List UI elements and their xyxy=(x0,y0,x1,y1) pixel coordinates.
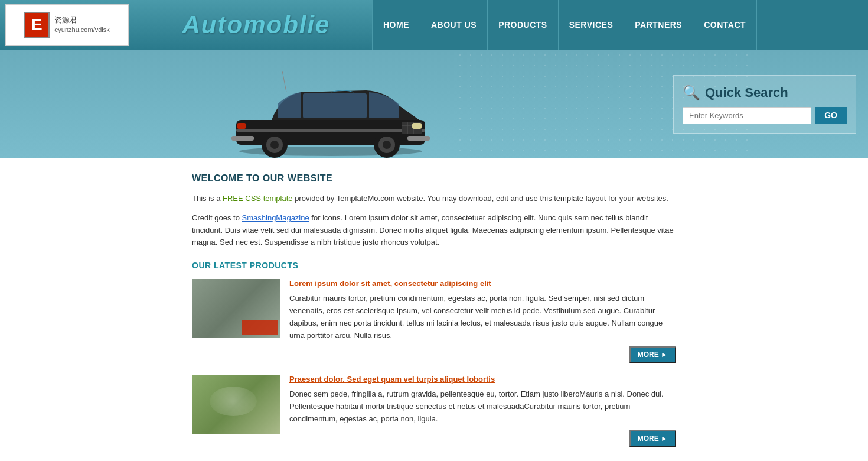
product-title-2[interactable]: Praesent dolor. Sed eget quam vel turpis… xyxy=(289,375,676,384)
intro2-pre: Credit goes to xyxy=(192,213,242,222)
intro-paragraph-2: Credit goes to SmashingMagazine for icon… xyxy=(192,212,676,249)
svg-rect-9 xyxy=(237,123,246,129)
nav-about[interactable]: ABOUT US xyxy=(420,0,487,50)
product-item-1: Lorem ipsum dolor sit amet, consectetur … xyxy=(192,279,676,363)
intro-paragraph-1: This is a FREE CSS template provided by … xyxy=(192,193,676,205)
header: E 资源君 eyunzhu.com/vdisk Automoblie HOME … xyxy=(0,0,868,50)
more-button-1[interactable]: MORE ► xyxy=(629,346,676,363)
svg-rect-8 xyxy=(412,123,422,129)
svg-point-14 xyxy=(270,141,279,149)
product-desc-1: Curabitur mauris tortor, pretium condime… xyxy=(289,293,676,342)
logo-text: 资源君 eyunzhu.com/vdisk xyxy=(54,15,110,35)
logo-url: eyunzhu.com/vdisk xyxy=(54,25,110,34)
svg-rect-11 xyxy=(231,136,254,141)
nav-home[interactable]: HOME xyxy=(372,0,420,50)
nav-products[interactable]: PRODUCTS xyxy=(487,0,558,50)
logo: E 资源君 eyunzhu.com/vdisk xyxy=(5,4,129,46)
svg-line-18 xyxy=(282,71,286,92)
product-title-1[interactable]: Lorem ipsum dolor sit amet, consectetur … xyxy=(289,279,676,288)
products-section-title: OUR LATEST PRODUCTS xyxy=(192,261,676,270)
smashing-link[interactable]: SmashingMagazine xyxy=(242,213,309,222)
product-content-2: Praesent dolor. Sed eget quam vel turpis… xyxy=(289,375,676,446)
more-button-2[interactable]: MORE ► xyxy=(629,430,676,447)
product-thumb-1 xyxy=(192,279,280,338)
svg-point-17 xyxy=(383,141,391,149)
car-svg xyxy=(224,58,437,158)
intro1-rest: provided by TemplateMo.com website. You … xyxy=(293,194,668,203)
content-inner: WELCOME TO OUR WEBSITE This is a FREE CS… xyxy=(168,158,700,461)
product-thumb-2 xyxy=(192,375,280,434)
product-desc-2: Donec sem pede, fringilla a, rutrum grav… xyxy=(289,388,676,425)
product-item-2: Praesent dolor. Sed eget quam vel turpis… xyxy=(192,375,676,446)
welcome-title: WELCOME TO OUR WEBSITE xyxy=(192,173,676,184)
logo-site: 资源君 xyxy=(54,15,110,25)
svg-rect-10 xyxy=(407,136,430,141)
hero-dots xyxy=(455,50,750,158)
logo-letter: E xyxy=(24,12,50,38)
svg-rect-2 xyxy=(303,93,367,118)
free-css-link[interactable]: FREE CSS template xyxy=(223,194,293,203)
nav-bar: HOME ABOUT US PRODUCTS SERVICES PARTNERS… xyxy=(372,0,868,50)
nav-services[interactable]: SERVICES xyxy=(558,0,624,50)
intro1-pre: This is a xyxy=(192,194,223,203)
product-content-1: Lorem ipsum dolor sit amet, consectetur … xyxy=(289,279,676,363)
nav-partners[interactable]: PARTNERS xyxy=(624,0,693,50)
site-title: Automoblie xyxy=(129,11,372,39)
go-button[interactable]: GO xyxy=(815,107,847,124)
hero-section: 🔍 Quick Search GO xyxy=(0,50,868,158)
nav-contact[interactable]: CONTACT xyxy=(693,0,757,50)
content-wrapper: WELCOME TO OUR WEBSITE This is a FREE CS… xyxy=(0,158,868,461)
svg-rect-3 xyxy=(236,129,425,132)
